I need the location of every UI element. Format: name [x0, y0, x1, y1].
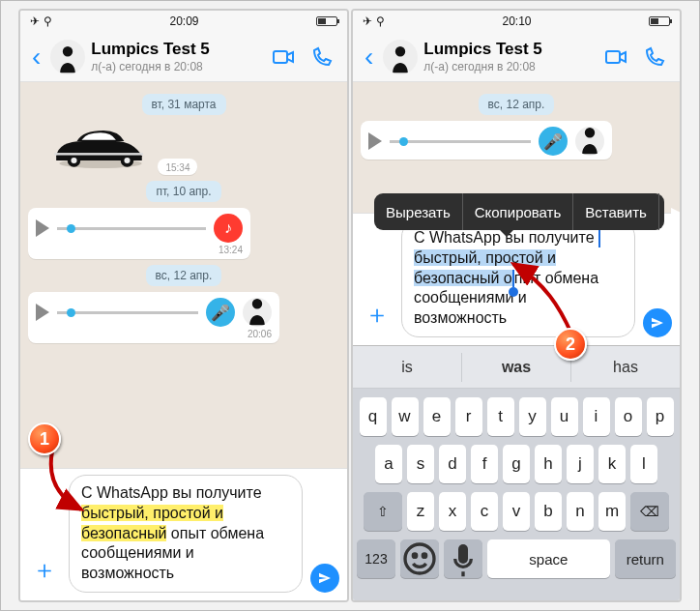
- ctx-paste[interactable]: Вставить: [573, 193, 659, 230]
- key-v[interactable]: v: [503, 492, 530, 531]
- mic-key[interactable]: [444, 539, 482, 578]
- chat-subtitle: л(-а) сегодня в 20:08: [91, 60, 266, 73]
- avatar-icon: [575, 127, 604, 156]
- emoji-key[interactable]: [400, 539, 439, 578]
- music-badge-icon: ♪: [214, 214, 243, 243]
- airplane-icon: ✈︎: [363, 15, 372, 28]
- message-time: 13:24: [36, 245, 243, 255]
- key-c[interactable]: c: [471, 492, 498, 531]
- message-time: 15:34: [165, 162, 190, 173]
- key-n[interactable]: n: [567, 492, 594, 531]
- key-f[interactable]: f: [471, 445, 498, 483]
- avatar[interactable]: [383, 40, 418, 74]
- play-icon[interactable]: [368, 132, 382, 150]
- send-button[interactable]: [643, 308, 672, 337]
- svg-rect-7: [606, 51, 620, 63]
- suggestion[interactable]: is: [353, 353, 462, 382]
- mic-badge-icon: 🎤: [206, 298, 235, 327]
- airplane-icon: ✈︎: [30, 15, 40, 28]
- svg-rect-6: [54, 153, 143, 155]
- shift-key[interactable]: ⇧: [364, 492, 402, 531]
- play-icon[interactable]: [36, 219, 49, 237]
- key-a[interactable]: a: [375, 445, 402, 483]
- date-pill: вт, 31 марта: [142, 94, 226, 115]
- wifi-icon: ⚲: [44, 15, 52, 28]
- play-icon[interactable]: [36, 304, 49, 321]
- ctx-copy[interactable]: Скопировать: [463, 193, 574, 230]
- key-y[interactable]: y: [519, 397, 546, 436]
- annotation-marker-1: 1: [28, 422, 61, 455]
- voice-message[interactable]: 🎤: [361, 121, 672, 160]
- date-pill: пт, 10 апр.: [146, 181, 220, 202]
- svg-point-10: [423, 554, 425, 557]
- message-time: 20:06: [36, 329, 272, 339]
- chat-header: ‹ Lumpics Test 5 л(-а) сегодня в 20:08: [20, 32, 347, 82]
- message-input[interactable]: С WhatsApp вы получите быстрый, простой …: [69, 475, 303, 593]
- key-d[interactable]: d: [439, 445, 466, 483]
- video-call-icon[interactable]: [272, 45, 295, 69]
- key-i[interactable]: i: [583, 397, 610, 436]
- return-key[interactable]: return: [615, 539, 676, 578]
- chat-header: ‹ Lumpics Test 5 л(-а) сегодня в 20:08: [353, 32, 680, 82]
- keyboard-suggestions[interactable]: is was has: [353, 346, 680, 389]
- voice-message[interactable]: ♪ 13:24: [28, 208, 339, 259]
- back-button[interactable]: ‹: [28, 42, 44, 73]
- sticker-message[interactable]: 15:34: [28, 121, 339, 175]
- battery-icon: [316, 16, 337, 26]
- mic-badge-icon: 🎤: [539, 127, 568, 156]
- key-l[interactable]: l: [630, 445, 657, 483]
- voice-call-icon[interactable]: [310, 45, 334, 69]
- text-context-menu[interactable]: Вырезать Скопировать Вставить ▶: [374, 193, 664, 230]
- key-p[interactable]: p: [647, 397, 674, 436]
- avatar[interactable]: [50, 40, 85, 74]
- voice-call-icon[interactable]: [643, 45, 666, 69]
- key-u[interactable]: u: [551, 397, 578, 436]
- status-time: 20:09: [169, 15, 198, 28]
- annotation-marker-2: 2: [554, 328, 587, 361]
- key-j[interactable]: j: [567, 445, 594, 483]
- key-s[interactable]: s: [407, 445, 434, 483]
- status-time: 20:10: [502, 15, 531, 28]
- svg-point-8: [405, 544, 434, 573]
- input-text: С WhatsApp вы получите: [81, 484, 262, 501]
- avatar-icon: [243, 298, 272, 327]
- battery-icon: [649, 16, 670, 26]
- send-button[interactable]: [310, 564, 339, 593]
- key-w[interactable]: w: [392, 397, 419, 436]
- date-pill: вс, 12 апр.: [479, 94, 555, 115]
- key-b[interactable]: b: [535, 492, 562, 531]
- keyboard[interactable]: is was has qwertyuiop asdfghjkl ⇧ zxcvbn…: [353, 345, 680, 600]
- key-h[interactable]: h: [535, 445, 562, 483]
- attach-button[interactable]: ＋: [28, 553, 61, 593]
- video-call-icon[interactable]: [604, 45, 627, 69]
- svg-point-9: [413, 554, 416, 557]
- date-pill: вс, 12 апр.: [146, 265, 222, 286]
- svg-point-3: [71, 158, 76, 163]
- voice-message[interactable]: 🎤 20:06: [28, 292, 339, 343]
- key-m[interactable]: m: [598, 492, 626, 531]
- attach-button[interactable]: ＋: [361, 298, 394, 337]
- wifi-icon: ⚲: [376, 15, 385, 28]
- numbers-key[interactable]: 123: [357, 539, 395, 578]
- chat-title[interactable]: Lumpics Test 5: [423, 40, 598, 59]
- key-k[interactable]: k: [598, 445, 626, 483]
- suggestion[interactable]: was: [462, 353, 571, 382]
- car-sticker: [47, 123, 154, 171]
- key-g[interactable]: g: [503, 445, 530, 483]
- key-z[interactable]: z: [407, 492, 434, 531]
- ctx-cut[interactable]: Вырезать: [374, 193, 463, 230]
- back-button[interactable]: ‹: [361, 42, 377, 73]
- backspace-key[interactable]: ⌫: [630, 492, 669, 531]
- key-o[interactable]: o: [615, 397, 642, 436]
- space-key[interactable]: space: [487, 539, 610, 578]
- key-e[interactable]: e: [423, 397, 451, 436]
- key-q[interactable]: q: [360, 397, 387, 436]
- svg-rect-11: [458, 544, 468, 564]
- suggestion[interactable]: has: [571, 353, 680, 382]
- key-x[interactable]: x: [439, 492, 466, 531]
- ctx-more-icon[interactable]: ▶: [659, 193, 680, 230]
- key-t[interactable]: t: [487, 397, 514, 436]
- svg-point-5: [124, 158, 130, 163]
- chat-title[interactable]: Lumpics Test 5: [91, 40, 266, 59]
- key-r[interactable]: r: [455, 397, 482, 436]
